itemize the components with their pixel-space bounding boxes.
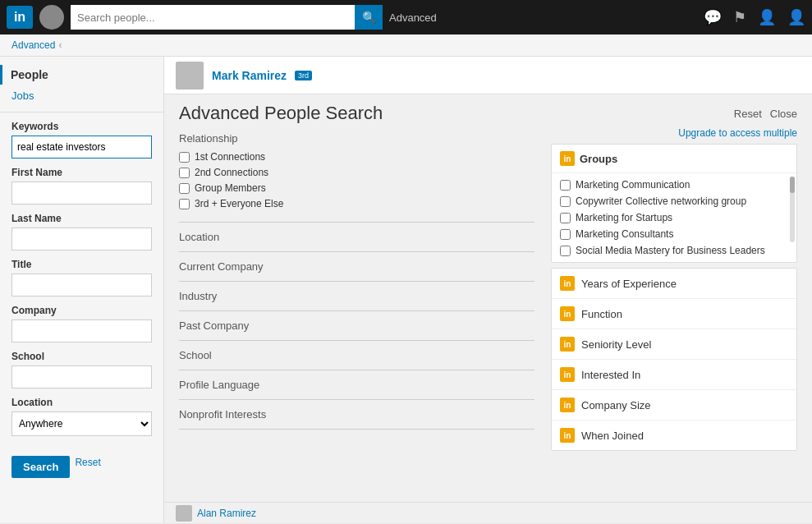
company-label: Company [11, 305, 152, 316]
groups-list: Marketing Communication Copywriter Colle… [552, 173, 796, 262]
profile-name[interactable]: Mark Ramirez [212, 69, 287, 82]
profile-language-label: Profile Language [179, 379, 259, 391]
sidebar-form: Keywords First Name Last Name Title Comp… [0, 121, 163, 490]
function-badge: in [560, 306, 575, 321]
breadcrumb-separator: ‹ [58, 39, 62, 51]
close-link[interactable]: Close [770, 108, 797, 120]
advanced-right-column: Upgrade to access multiple in Groups Mar… [551, 127, 797, 456]
company-size-row[interactable]: in Company Size [552, 390, 796, 421]
checkbox-1st-input[interactable] [179, 152, 190, 163]
advanced-search-panel: Advanced People Search Reset Close Relat… [164, 94, 812, 502]
company-input[interactable] [11, 319, 152, 342]
checkbox-2nd-input[interactable] [179, 168, 190, 178]
group-label-startups: Marketing for Startups [576, 212, 672, 223]
first-name-input[interactable] [11, 182, 152, 205]
past-company-row[interactable]: Past Company [179, 311, 534, 341]
flag-icon[interactable]: ⚑ [733, 8, 746, 26]
when-joined-row[interactable]: in When Joined [552, 421, 796, 450]
school-row[interactable]: School [179, 341, 534, 370]
last-name-label: Last Name [11, 213, 152, 224]
group-label-copywriter: Copywriter Collective networking group [576, 195, 746, 207]
location-select[interactable]: Anywhere United States United Kingdom Ca… [11, 411, 152, 436]
location-label: Location [11, 397, 152, 408]
seniority-badge: in [560, 337, 575, 352]
checkbox-2nd-label: 2nd Connections [195, 167, 268, 178]
group-item-copywriter[interactable]: Copywriter Collective networking group [560, 193, 788, 209]
checkbox-3rd[interactable]: 3rd + Everyone Else [179, 198, 534, 209]
nav-avatar[interactable] [39, 5, 64, 30]
checkbox-group-members-input[interactable] [179, 183, 190, 194]
current-company-label: Current Company [179, 260, 264, 273]
sidebar: People Jobs Keywords First Name Last Nam… [0, 57, 164, 523]
reset-sidebar-button[interactable]: Reset [75, 457, 100, 468]
nonprofit-interests-label: Nonprofit Interests [179, 408, 266, 421]
interested-in-row[interactable]: in Interested In [552, 360, 796, 390]
function-label: Function [581, 308, 622, 320]
sidebar-item-people[interactable]: People [0, 65, 163, 85]
checkbox-3rd-input[interactable] [179, 199, 190, 209]
advanced-body: Relationship 1st Connections 2nd Connect… [164, 127, 812, 471]
keywords-input[interactable] [11, 136, 152, 159]
school-input[interactable] [11, 365, 152, 388]
sidebar-item-jobs[interactable]: Jobs [0, 86, 163, 105]
group-checkbox-startups[interactable] [560, 213, 571, 223]
checkbox-2nd[interactable]: 2nd Connections [179, 167, 534, 178]
checkbox-1st[interactable]: 1st Connections [179, 151, 534, 163]
years-experience-row[interactable]: in Years of Experience [552, 269, 796, 299]
group-label-consultants: Marketing Consultants [576, 228, 673, 240]
seniority-row[interactable]: in Seniority Level [552, 329, 796, 360]
group-checkbox-copywriter[interactable] [560, 196, 571, 207]
title-input[interactable] [11, 273, 152, 296]
school-row-label: School [179, 349, 212, 361]
group-item-marketing-comm[interactable]: Marketing Communication [560, 177, 788, 193]
profile-icon[interactable]: 👤 [787, 8, 805, 26]
search-button[interactable]: 🔍 [355, 5, 383, 30]
profile-strip: Mark Ramirez 3rd [164, 57, 812, 94]
group-item-social-media[interactable]: Social Media Mastery for Business Leader… [560, 242, 788, 259]
reset-link[interactable]: Reset [734, 108, 762, 120]
last-name-input[interactable] [11, 228, 152, 251]
group-checkbox-consultants[interactable] [560, 229, 571, 240]
bottom-strip: Alan Ramirez [164, 502, 812, 523]
groups-title: Groups [580, 153, 617, 165]
relationship-label: Relationship [179, 132, 534, 145]
nav-advanced-link[interactable]: Advanced [389, 11, 437, 24]
group-checkbox-social-media[interactable] [560, 246, 571, 256]
bottom-person: Alan Ramirez [176, 505, 256, 522]
group-checkbox-marketing-comm[interactable] [560, 180, 571, 191]
years-experience-label: Years of Experience [581, 278, 677, 290]
breadcrumb: Advanced ‹ [0, 34, 812, 57]
search-submit-button[interactable]: Search [11, 456, 70, 478]
sidebar-divider [0, 112, 163, 113]
nonprofit-interests-row[interactable]: Nonprofit Interests [179, 400, 534, 430]
bottom-avatar [176, 505, 192, 522]
when-joined-badge: in [560, 428, 575, 443]
past-company-label: Past Company [179, 319, 249, 332]
company-size-badge: in [560, 398, 575, 412]
premium-filters-section: in Years of Experience in Function in Se… [551, 268, 797, 451]
upgrade-link[interactable]: Upgrade to access multiple [551, 127, 797, 139]
keywords-label: Keywords [11, 121, 152, 132]
current-company-row[interactable]: Current Company [179, 252, 534, 282]
group-label-social-media: Social Media Mastery for Business Leader… [576, 245, 765, 256]
industry-label: Industry [179, 290, 217, 302]
top-navigation: in 🔍 Advanced 💬 ⚑ 👤 👤 [0, 0, 812, 34]
group-item-consultants[interactable]: Marketing Consultants [560, 226, 788, 242]
groups-section: in Groups Marketing Communication [551, 144, 797, 263]
group-item-startups[interactable]: Marketing for Startups [560, 209, 788, 226]
search-input[interactable] [71, 5, 355, 30]
location-row[interactable]: Location [179, 223, 534, 252]
function-row[interactable]: in Function [552, 299, 796, 329]
bottom-name[interactable]: Alan Ramirez [197, 508, 256, 519]
advanced-left-column: Relationship 1st Connections 2nd Connect… [179, 127, 551, 456]
seniority-label: Seniority Level [581, 338, 651, 351]
add-user-icon[interactable]: 👤 [758, 8, 776, 26]
messages-icon[interactable]: 💬 [704, 8, 722, 26]
profile-language-row[interactable]: Profile Language [179, 370, 534, 400]
breadcrumb-advanced[interactable]: Advanced [11, 39, 55, 51]
search-bar: 🔍 [71, 5, 383, 30]
checkbox-group-members[interactable]: Group Members [179, 182, 534, 194]
industry-row[interactable]: Industry [179, 282, 534, 311]
interested-in-badge: in [560, 367, 575, 382]
checkbox-3rd-label: 3rd + Everyone Else [195, 198, 283, 209]
